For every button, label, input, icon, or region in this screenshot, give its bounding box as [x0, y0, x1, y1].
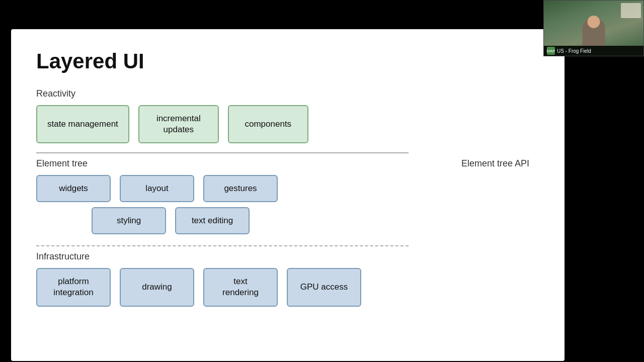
element-tree-section: Element tree widgets layout gestures sty… — [36, 158, 539, 234]
box-gestures: gestures — [203, 175, 278, 202]
reactivity-boxes: state management incrementalupdates comp… — [36, 105, 539, 143]
infrastructure-label: Infrastructure — [36, 251, 539, 262]
element-tree-row1: widgets layout gestures — [36, 175, 539, 202]
element-tree-row2: styling text editing — [92, 207, 539, 234]
box-text-rendering: textrendering — [203, 268, 278, 306]
reactivity-label: Reactivity — [36, 88, 539, 99]
infrastructure-boxes: platformintegration drawing textrenderin… — [36, 268, 539, 306]
box-gpu-access: GPU access — [287, 268, 361, 306]
reactivity-section: Reactivity state management incrementalu… — [36, 88, 539, 143]
solid-divider — [36, 152, 409, 153]
box-incremental-updates: incrementalupdates — [138, 105, 219, 143]
video-content — [544, 1, 643, 46]
box-text-editing: text editing — [175, 207, 250, 234]
video-label-bar: MAP US - Frog Field — [544, 46, 643, 56]
infrastructure-section: Infrastructure platformintegration drawi… — [36, 251, 539, 306]
video-label: US - Frog Field — [557, 48, 591, 54]
box-platform-integration: platformintegration — [36, 268, 111, 306]
box-drawing: drawing — [120, 268, 194, 306]
slide-title: Layered UI — [36, 49, 539, 73]
dashed-divider — [36, 245, 409, 246]
slide: Layered UI Reactivity state management i… — [11, 29, 565, 361]
box-styling: styling — [92, 207, 166, 234]
video-overlay: MAP US - Frog Field — [543, 0, 644, 56]
element-tree-api-label: Element tree API — [461, 158, 529, 169]
box-widgets: widgets — [36, 175, 111, 202]
box-components: components — [228, 105, 308, 143]
map-icon: MAP — [547, 47, 555, 55]
box-layout: layout — [120, 175, 194, 202]
box-state-management: state management — [36, 105, 129, 143]
